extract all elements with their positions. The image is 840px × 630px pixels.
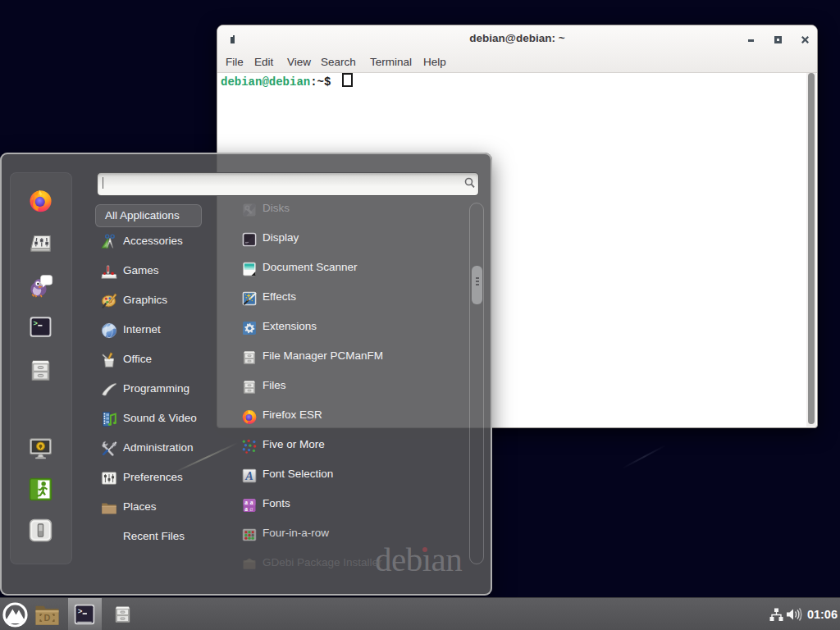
svg-text:A: A (244, 469, 253, 482)
svg-text:>: > (33, 319, 37, 328)
svg-text:D: D (44, 613, 51, 623)
svg-text:a: a (249, 505, 253, 513)
svg-text:a: a (244, 505, 248, 513)
svg-text:>: > (78, 607, 83, 616)
